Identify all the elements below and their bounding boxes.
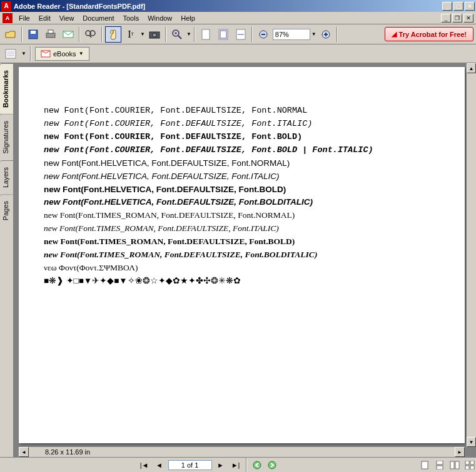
svg-rect-1	[31, 31, 36, 34]
actual-size-button[interactable]	[198, 26, 214, 43]
fit-width-button[interactable]	[233, 26, 249, 43]
zoom-in-button[interactable]	[169, 26, 185, 43]
svg-rect-31	[422, 461, 428, 469]
minimize-button[interactable]: _	[442, 2, 452, 11]
ebooks-button[interactable]: eBooks ▼	[35, 47, 89, 61]
facing-button[interactable]	[448, 459, 461, 471]
tab-signatures[interactable]: Signatures	[0, 114, 13, 160]
svg-rect-34	[450, 461, 454, 469]
next-page-button[interactable]: ►	[215, 459, 227, 471]
snapshot-button[interactable]	[146, 26, 163, 43]
svg-rect-35	[455, 461, 459, 469]
try-acrobat-button[interactable]: ◢Try Acrobat for Free!	[385, 27, 473, 41]
svg-rect-38	[465, 466, 469, 469]
doc-close-button[interactable]: ✕	[463, 14, 473, 23]
vertical-scrollbar[interactable]: ▲ ▼	[466, 63, 476, 447]
doc-line: new Font(Font.COURIER, Font.DEFAULTSIZE,…	[44, 105, 440, 118]
window-title: Adobe Reader - [StandardFontsPDF.pdf]	[14, 3, 442, 10]
zoom-input[interactable]	[273, 29, 310, 40]
search-button[interactable]	[83, 26, 99, 43]
how-to-button[interactable]	[3, 46, 19, 62]
work-area: Bookmarks Signatures Layers Pages new Fo…	[0, 63, 476, 457]
title-bar: A Adobe Reader - [StandardFontsPDF.pdf] …	[0, 0, 476, 12]
svg-rect-37	[470, 461, 474, 464]
continuous-facing-button[interactable]	[463, 459, 476, 471]
adobe-icon: ◢	[392, 30, 397, 38]
prev-page-button[interactable]: ◄	[153, 459, 166, 471]
close-button[interactable]: ✕	[465, 2, 475, 11]
menu-help[interactable]: Help	[177, 13, 199, 23]
fit-page-button[interactable]	[215, 26, 231, 43]
email-button[interactable]	[60, 26, 76, 43]
menu-document[interactable]: Document	[79, 13, 118, 23]
document-pane: new Font(Font.COURIER, Font.DEFAULTSIZE,…	[14, 63, 476, 457]
page-number-input[interactable]	[168, 460, 212, 470]
doc-line: new Font(Font.COURIER, Font.DEFAULTSIZE,…	[44, 131, 440, 144]
menu-view[interactable]: View	[56, 13, 78, 23]
tab-bookmarks[interactable]: Bookmarks	[0, 63, 13, 114]
svg-rect-14	[202, 29, 210, 39]
save-button[interactable]	[25, 26, 41, 43]
doc-restore-button[interactable]: ❐	[452, 14, 462, 23]
doc-line: new Font(Font.HELVETICA, Font.DEFAULTSIZ…	[44, 196, 440, 209]
doc-line: new Font(Font.COURIER, Font.DEFAULTSIZE,…	[44, 144, 440, 157]
app-icon: A	[1, 1, 11, 11]
doc-line: νεω Φοντ(Φοντ.ΣΨΜΒΟΛ)	[44, 262, 440, 275]
svg-rect-2	[46, 33, 55, 38]
next-view-button[interactable]	[266, 459, 278, 471]
ebooks-icon	[41, 49, 51, 58]
svg-point-30	[268, 461, 276, 469]
zoom-combo-dropdown-icon[interactable]: ▼	[311, 31, 316, 37]
ebooks-label: eBooks	[53, 50, 76, 58]
main-toolbar: IT ▼ ▼ ▼ ◢Try Acrobat for Free!	[0, 24, 476, 44]
single-page-button[interactable]	[418, 459, 431, 471]
doc-line: new Font(Font.HELVETICA, Font.DEFAULTSIZ…	[44, 157, 440, 170]
svg-rect-36	[465, 461, 469, 464]
maximize-button[interactable]: □	[453, 2, 463, 11]
svg-rect-39	[470, 466, 474, 469]
svg-line-11	[178, 36, 181, 39]
scroll-left-button[interactable]: ◄	[19, 447, 29, 457]
last-page-button[interactable]: ►|	[230, 459, 242, 471]
menu-tools[interactable]: Tools	[119, 13, 143, 23]
tab-pages[interactable]: Pages	[0, 194, 13, 227]
prev-view-button[interactable]	[251, 459, 263, 471]
doc-line: new Font(Font.HELVETICA, Font.DEFAULTSIZ…	[44, 183, 440, 197]
svg-point-9	[153, 33, 156, 37]
text-select-button[interactable]: IT	[123, 26, 139, 43]
dropdown-icon[interactable]: ▼	[140, 31, 145, 37]
print-button[interactable]	[43, 26, 59, 43]
open-button[interactable]	[3, 26, 19, 43]
scroll-down-button[interactable]: ▼	[467, 437, 476, 447]
svg-rect-32	[437, 461, 443, 464]
doc-line: new Font(Font.TIMES_ROMAN, Font.DEFAULTS…	[44, 249, 440, 262]
menu-window[interactable]: Window	[144, 13, 176, 23]
secondary-toolbar: ▼ eBooks ▼	[0, 44, 476, 63]
doc-line: new Font(Font.HELVETICA, Font.DEFAULTSIZ…	[44, 170, 440, 183]
doc-line: new Font(Font.COURIER, Font.DEFAULTSIZE,…	[44, 118, 440, 131]
continuous-button[interactable]	[433, 459, 446, 471]
svg-point-29	[253, 461, 261, 469]
howto-dropdown-icon[interactable]: ▼	[21, 51, 26, 56]
tab-layers[interactable]: Layers	[0, 160, 13, 194]
zoom-plus-button[interactable]	[318, 26, 334, 43]
doc-line: ■❋❱ ✦□■▼✈✦◆■▼✧❀❂☆✦◆✿★✦✤✣❂✳❋✿	[44, 275, 440, 288]
horizontal-scrollbar[interactable]: ◄ 8.26 x 11.69 in ►	[19, 447, 465, 457]
menu-edit[interactable]: Edit	[35, 13, 54, 23]
scroll-up-button[interactable]: ▲	[467, 63, 476, 73]
menu-file[interactable]: File	[15, 13, 34, 23]
menu-bar: A File Edit View Document Tools Window H…	[0, 12, 476, 24]
svg-rect-33	[437, 466, 443, 469]
hand-tool-button[interactable]	[105, 26, 121, 43]
doc-line: new Font(Font.TIMES_ROMAN, Font.DEFAULTS…	[44, 209, 440, 222]
navigation-bar: |◄ ◄ ► ►|	[0, 457, 476, 472]
document-page[interactable]: new Font(Font.COURIER, Font.DEFAULTSIZE,…	[19, 67, 465, 443]
first-page-button[interactable]: |◄	[138, 459, 151, 471]
scroll-right-button[interactable]: ►	[455, 447, 465, 457]
zoom-out-button[interactable]	[255, 26, 271, 43]
doc-minimize-button[interactable]: _	[441, 14, 451, 23]
app-small-icon: A	[3, 13, 13, 23]
zoom-dropdown-icon[interactable]: ▼	[186, 31, 191, 37]
doc-line: new Font(Font.TIMES_ROMAN, Font.DEFAULTS…	[44, 235, 440, 249]
svg-rect-3	[48, 30, 53, 33]
